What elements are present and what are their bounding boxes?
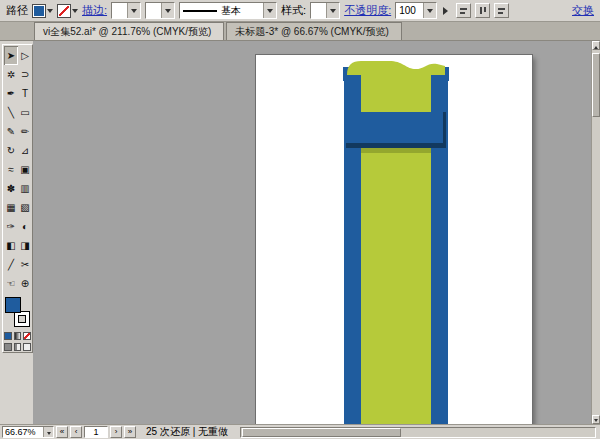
opacity-value: 100 [399,5,416,16]
status-message: 25 次还原 | 无重做 [146,425,228,439]
live-paint-bucket-tool[interactable]: ◧ [4,236,18,255]
fill-stroke-indicator [4,297,31,329]
page-number-input[interactable] [84,426,108,438]
lasso-tool[interactable]: ⊃ [18,65,32,84]
sign-band-shadow [361,148,431,153]
gradient-tool[interactable]: ▧ [18,198,32,217]
next-page-button[interactable]: › [110,426,122,438]
scroll-down-button[interactable] [592,415,600,424]
mesh-tool[interactable]: ▦ [4,198,18,217]
scroll-up-button[interactable] [592,41,600,50]
fill-color-icon [32,4,46,18]
symbol-sprayer-tool[interactable]: ✽ [4,179,18,198]
tools-panel: ➤ ▷ ✲ ⊃ ✒ T ╲ ▭ ✎ ✏ ↻ ⊿ ≈ ▣ ✽ ▥ ▦ ▧ ✑ ◐ … [2,44,33,353]
stroke-none-icon [57,4,71,18]
flyout-arrow-icon[interactable] [443,7,452,15]
distribute-icon [498,8,505,10]
none-button[interactable] [23,332,31,340]
opacity-link[interactable]: 不透明度: [344,3,391,18]
rotate-tool[interactable]: ↻ [4,141,18,160]
scale-tool[interactable]: ⊿ [18,141,32,160]
first-page-button[interactable]: « [56,426,68,438]
free-transform-tool[interactable]: ▣ [18,160,32,179]
chevron-down-icon[interactable] [161,3,174,18]
screen-mode-row [4,343,31,351]
opacity-input[interactable]: 100 [395,2,437,19]
standard-screen-mode-button[interactable] [4,343,12,351]
distribute-icon-button[interactable] [494,3,509,18]
pen-tool[interactable]: ✒ [4,84,18,103]
type-tool[interactable]: T [18,84,32,103]
rectangle-tool[interactable]: ▭ [18,103,32,122]
style-label: 样式: [281,3,306,18]
horizontal-scrollbar-thumb[interactable] [242,428,401,437]
gradient-button[interactable] [14,332,22,340]
stroke-color-swatch[interactable] [57,4,78,18]
stroke-weight-select[interactable] [111,2,141,19]
blend-tool[interactable]: ◐ [18,217,32,236]
chevron-down-icon [47,9,53,16]
tool-grid: ➤ ▷ ✲ ⊃ ✒ T ╲ ▭ ✎ ✏ ↻ ⊿ ≈ ▣ ✽ ▥ ▦ ▧ ✑ ◐ … [4,46,31,293]
direct-selection-tool[interactable]: ▷ [18,46,32,65]
last-page-button[interactable]: » [124,426,136,438]
arrow-up-icon [594,44,598,49]
align-icon [484,7,486,12]
distribute-icon [498,12,503,14]
brush-stroke-preview-icon [183,10,217,12]
align-icon [480,7,482,14]
prev-page-button[interactable]: ‹ [70,426,82,438]
brush-definition-select[interactable]: 基本 [179,2,277,19]
vertical-scrollbar-thumb[interactable] [592,53,600,117]
color-button[interactable] [4,332,12,340]
magic-wand-tool[interactable]: ✲ [4,65,18,84]
zoom-level-select[interactable]: 66.67% [2,426,54,438]
fill-color-swatch[interactable] [32,4,53,18]
horizontal-scrollbar[interactable] [240,427,596,438]
scissors-tool[interactable]: ✂ [18,255,32,274]
paintbrush-tool[interactable]: ✎ [4,122,18,141]
align-horizontal-icon-button[interactable] [456,3,471,18]
zoom-level-value: 66.67% [5,427,36,437]
document-tab-1[interactable]: vi全集52.ai* @ 211.76% (CMYK/预览) [34,22,224,40]
document-tab-bar: vi全集52.ai* @ 211.76% (CMYK/预览) 未标题-3* @ … [0,22,600,41]
fullscreen-with-menu-button[interactable] [14,343,22,351]
chevron-down-icon[interactable] [326,3,339,18]
chevron-down-icon[interactable] [423,3,436,18]
selection-type-label: 路径 [6,3,28,18]
chevron-down-icon[interactable] [43,427,53,437]
zoom-tool[interactable]: ⊕ [18,274,32,293]
graph-tool[interactable]: ▥ [18,179,32,198]
stroke-link[interactable]: 描边: [82,3,107,18]
variable-width-select[interactable] [145,2,175,19]
chevron-down-icon [72,9,78,16]
chevron-down-icon[interactable] [263,3,276,18]
selection-tool[interactable]: ➤ [4,46,18,65]
fullscreen-mode-button[interactable] [23,343,31,351]
paint-mode-row [4,332,31,340]
brush-name: 基本 [221,4,241,18]
align-vertical-icon-button[interactable] [475,3,490,18]
style-select[interactable] [310,2,340,19]
document-tab-2[interactable]: 未标题-3* @ 66.67% (CMYK/预览) [226,22,402,40]
canvas-area[interactable] [33,41,591,424]
sign-header-band[interactable] [346,112,446,148]
live-paint-selection-tool[interactable]: ◨ [18,236,32,255]
control-bar: 路径 描边: 基本 样式: 不透明度: 100 交换 [0,0,600,22]
eyedropper-tool[interactable]: ✑ [4,217,18,236]
warp-tool[interactable]: ≈ [4,160,18,179]
stroke-indicator[interactable] [14,311,30,327]
hand-tool[interactable]: ☜ [4,274,18,293]
swap-link[interactable]: 交换 [572,3,594,18]
slice-tool[interactable]: ╱ [4,255,18,274]
artboard[interactable] [256,55,532,424]
chevron-down-icon[interactable] [127,3,140,18]
status-bar: 66.67% « ‹ › » 25 次还原 | 无重做 [0,424,600,439]
align-icon [460,12,465,14]
pencil-tool[interactable]: ✏ [18,122,32,141]
fill-indicator[interactable] [5,297,21,313]
vertical-scrollbar[interactable] [591,41,600,424]
align-icon [460,8,467,10]
line-segment-tool[interactable]: ╲ [4,103,18,122]
